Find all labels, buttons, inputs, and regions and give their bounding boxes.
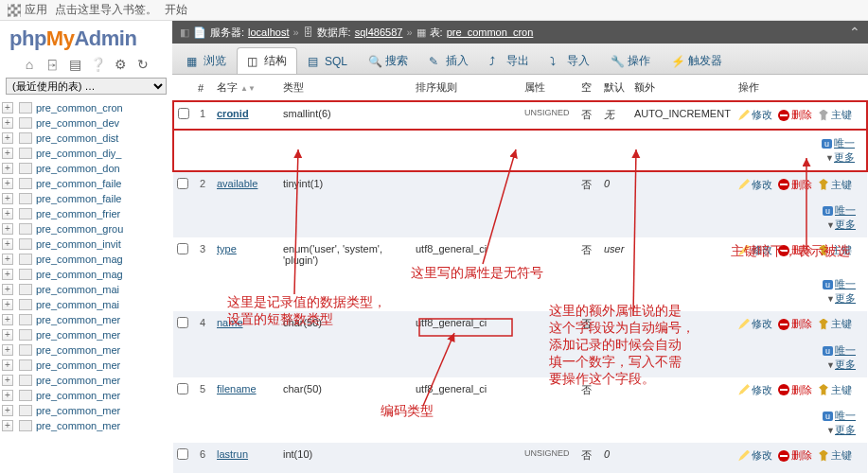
import-bookmarks-hint[interactable]: 点击这里导入书签。 <box>55 2 157 18</box>
logout-icon[interactable]: ⍈ <box>44 57 60 72</box>
settings-icon[interactable]: ⚙ <box>113 57 128 72</box>
tree-table-row[interactable]: +pre_common_invit <box>2 236 172 252</box>
more-action[interactable]: 更多 <box>835 424 856 435</box>
tree-table-row[interactable]: +pre_common_mai <box>2 282 172 297</box>
row-checkbox[interactable] <box>177 317 188 328</box>
tree-expand-icon[interactable]: + <box>2 284 13 295</box>
tree-table-row[interactable]: +pre_common_frier <box>2 206 172 221</box>
tree-expand-icon[interactable]: + <box>2 329 13 341</box>
primary-action[interactable]: 主键 <box>818 108 852 122</box>
drop-action[interactable]: 删除 <box>778 178 812 192</box>
row-checkbox[interactable] <box>178 108 189 119</box>
row-checkbox[interactable] <box>177 243 188 254</box>
column-name[interactable]: name <box>217 317 243 328</box>
tree-table-row[interactable]: +pre_common_diy_ <box>2 146 172 161</box>
column-name[interactable]: lastrun <box>217 448 248 460</box>
panel-collapse-icon[interactable]: ⌃ <box>849 25 860 40</box>
th-extra[interactable]: 额外 <box>630 75 735 101</box>
tree-expand-icon[interactable]: + <box>2 132 13 144</box>
tree-table-row[interactable]: +pre_common_faile <box>2 176 172 191</box>
drop-action[interactable]: 删除 <box>778 317 812 331</box>
edit-action[interactable]: 修改 <box>738 448 772 463</box>
sql-icon[interactable]: ▤ <box>67 57 82 72</box>
tab-SQL[interactable]: ▤SQL <box>297 47 358 74</box>
tree-expand-icon[interactable]: + <box>2 344 13 356</box>
edit-action[interactable]: 修改 <box>738 317 772 331</box>
tab-导入[interactable]: ⤵导入 <box>540 47 600 74</box>
edit-action[interactable]: 修改 <box>738 243 772 257</box>
bc-table[interactable]: pre_common_cron <box>447 26 534 38</box>
tree-expand-icon[interactable]: + <box>2 148 13 159</box>
th-attr[interactable]: 属性 <box>521 75 577 101</box>
tree-table-row[interactable]: +pre_common_mag <box>2 252 172 267</box>
th-null[interactable]: 空 <box>577 75 600 101</box>
drop-action[interactable]: 删除 <box>778 108 812 122</box>
tree-table-row[interactable]: +pre_common_dist <box>2 131 172 146</box>
tree-expand-icon[interactable]: + <box>2 193 13 204</box>
tree-table-row[interactable]: +pre_common_mer <box>2 403 172 418</box>
th-ops[interactable]: 操作 <box>735 75 867 101</box>
edit-action[interactable]: 修改 <box>738 383 772 397</box>
tree-expand-icon[interactable]: + <box>2 117 13 129</box>
drop-action[interactable]: 删除 <box>778 383 812 397</box>
tree-expand-icon[interactable]: + <box>2 299 13 310</box>
tree-table-row[interactable]: +pre_common_dev <box>2 115 172 131</box>
tree-expand-icon[interactable]: + <box>2 390 13 401</box>
tree-expand-icon[interactable]: + <box>2 314 13 325</box>
tree-table-row[interactable]: +pre_common_mer <box>2 327 172 342</box>
more-action[interactable]: 更多 <box>834 151 855 163</box>
tree-expand-icon[interactable]: + <box>2 405 13 416</box>
tree-table-row[interactable]: +pre_common_mer <box>2 388 172 403</box>
column-name[interactable]: available <box>217 178 257 189</box>
column-name[interactable]: filename <box>217 383 257 394</box>
th-default[interactable]: 默认 <box>600 75 630 101</box>
tree-expand-icon[interactable]: + <box>2 102 13 114</box>
drop-action[interactable]: 删除 <box>778 448 812 463</box>
tree-table-row[interactable]: +pre_common_grou <box>2 221 172 236</box>
tree-table-row[interactable]: +pre_common_mer <box>2 312 172 327</box>
more-action[interactable]: 更多 <box>835 292 856 304</box>
tree-expand-icon[interactable]: + <box>2 420 13 431</box>
docs-icon[interactable]: ❔ <box>90 57 105 72</box>
unique-action[interactable]: 唯一 <box>835 344 856 356</box>
tab-搜索[interactable]: 🔍搜索 <box>358 47 418 74</box>
edit-action[interactable]: 修改 <box>738 108 772 122</box>
tree-expand-icon[interactable]: + <box>2 375 13 386</box>
unique-action[interactable]: 唯一 <box>834 137 855 149</box>
unique-action[interactable]: 唯一 <box>835 204 856 216</box>
column-name[interactable]: cronid <box>217 108 249 119</box>
tree-table-row[interactable]: +pre_common_mer <box>2 342 172 358</box>
tab-结构[interactable]: ◫结构 <box>237 47 297 74</box>
start-bookmark[interactable]: 开始 <box>165 2 187 18</box>
tab-导出[interactable]: ⤴导出 <box>479 47 540 74</box>
more-action[interactable]: 更多 <box>835 359 856 370</box>
unique-action[interactable]: 唯一 <box>835 410 856 421</box>
row-checkbox[interactable] <box>177 178 188 189</box>
tree-expand-icon[interactable]: + <box>2 208 13 219</box>
tree-expand-icon[interactable]: + <box>2 269 13 280</box>
recent-tables-select[interactable]: (最近使用的表) … <box>6 78 167 95</box>
th-num[interactable]: # <box>194 75 213 101</box>
drop-action[interactable]: 删除 <box>778 243 812 257</box>
bc-db[interactable]: sql486587 <box>355 26 403 38</box>
primary-action[interactable]: 主键 <box>818 317 852 331</box>
tree-table-row[interactable]: +pre_common_cron <box>2 100 172 115</box>
row-checkbox[interactable] <box>177 448 188 460</box>
tree-table-row[interactable]: +pre_common_mag <box>2 267 172 282</box>
home-icon[interactable]: ⌂ <box>22 57 37 72</box>
phpmyadmin-logo[interactable]: phpMyAdmin <box>0 21 172 53</box>
tab-操作[interactable]: 🔧操作 <box>600 47 661 74</box>
tree-expand-icon[interactable]: + <box>2 163 13 174</box>
tab-浏览[interactable]: ▦浏览 <box>176 47 237 74</box>
th-type[interactable]: 类型 <box>279 75 412 101</box>
tree-table-row[interactable]: +pre_common_don <box>2 161 172 176</box>
tab-触发器[interactable]: ⚡触发器 <box>661 47 733 74</box>
tree-expand-icon[interactable]: + <box>2 223 13 235</box>
edit-action[interactable]: 修改 <box>738 178 772 192</box>
column-name[interactable]: type <box>217 243 237 254</box>
tree-expand-icon[interactable]: + <box>2 238 13 250</box>
tree-table-row[interactable]: +pre_common_mer <box>2 418 172 433</box>
primary-action[interactable]: 主键 <box>818 448 852 463</box>
tree-table-row[interactable]: +pre_common_faile <box>2 191 172 206</box>
tree-table-row[interactable]: +pre_common_mai <box>2 297 172 312</box>
